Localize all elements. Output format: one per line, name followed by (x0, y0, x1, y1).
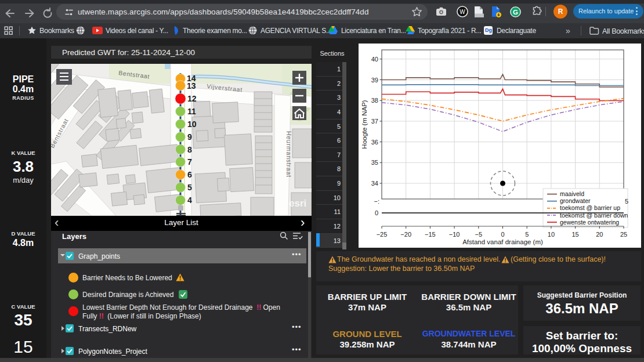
svg-text:36: 36 (371, 139, 378, 146)
svg-text:7: 7 (187, 157, 192, 166)
svg-text:9: 9 (187, 132, 192, 142)
svg-text:5: 5 (187, 183, 192, 192)
svg-text:34: 34 (371, 180, 378, 187)
svg-text:13: 13 (187, 81, 196, 91)
svg-text:37: 37 (371, 118, 378, 125)
svg-text:Hoogte (m NAP): Hoogte (m NAP) (361, 100, 368, 149)
svg-text:40: 40 (371, 56, 378, 63)
svg-text:grondwater: grondwater (560, 197, 591, 204)
svg-text:Afstand vanaf drainage (m): Afstand vanaf drainage (m) (462, 238, 543, 245)
svg-text:15: 15 (571, 231, 578, 238)
svg-text:−10: −10 (449, 231, 460, 238)
svg-text:11: 11 (187, 107, 196, 116)
svg-text:−15: −15 (425, 231, 436, 238)
svg-text:toekomst @ barrier up: toekomst @ barrier up (560, 204, 620, 211)
svg-text:esri: esri (289, 198, 306, 209)
svg-text:4: 4 (187, 196, 192, 205)
svg-text:39: 39 (371, 77, 378, 84)
svg-text:maaiveld: maaiveld (560, 190, 584, 197)
svg-text:10: 10 (187, 120, 197, 129)
svg-text:0: 0 (501, 231, 504, 238)
svg-text:−20: −20 (400, 231, 411, 238)
svg-text:−25: −25 (377, 231, 388, 238)
svg-text:35: 35 (371, 159, 378, 166)
svg-text:38: 38 (371, 97, 378, 104)
svg-text:Heurmanstraat: Heurmanstraat (285, 131, 292, 178)
svg-text:8: 8 (187, 145, 192, 154)
svg-text:G: G (513, 9, 518, 16)
svg-text:0: 0 (375, 209, 378, 216)
svg-text:6: 6 (187, 170, 192, 179)
svg-text:−:: −: (374, 198, 379, 205)
svg-text:−5: −5 (475, 231, 483, 238)
svg-text:W: W (460, 9, 465, 15)
svg-text:25: 25 (620, 231, 627, 238)
svg-text:20: 20 (596, 231, 603, 238)
svg-text:gewenste ontwatering: gewenste ontwatering (560, 219, 619, 226)
svg-text:12: 12 (187, 94, 197, 103)
svg-text:5: 5 (525, 231, 529, 238)
svg-text:5: 5 (625, 198, 628, 205)
svg-text:10: 10 (548, 231, 555, 238)
